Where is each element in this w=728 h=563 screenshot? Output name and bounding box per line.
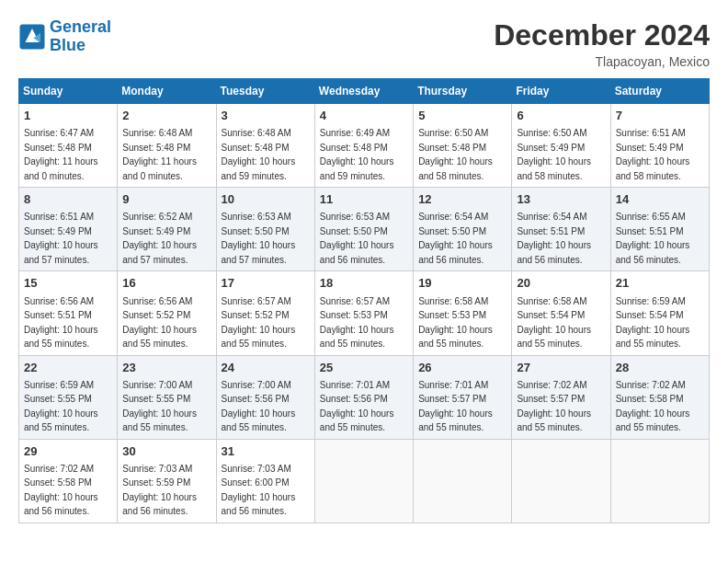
day-number: 24 (222, 360, 310, 376)
table-row: 24 Sunrise: 7:00 AMSunset: 5:56 PMDaylig… (216, 355, 314, 439)
logo: General Blue (18, 18, 111, 55)
day-number: 6 (517, 108, 605, 124)
day-info: Sunrise: 6:52 AMSunset: 5:49 PMDaylight:… (122, 212, 197, 265)
table-row: 12 Sunrise: 6:54 AMSunset: 5:50 PMDaylig… (414, 188, 512, 271)
table-row: 21 Sunrise: 6:59 AMSunset: 5:54 PMDaylig… (610, 271, 709, 355)
day-info: Sunrise: 7:03 AMSunset: 5:59 PMDaylight:… (122, 464, 197, 517)
day-info: Sunrise: 6:50 AMSunset: 5:48 PMDaylight:… (418, 128, 493, 181)
day-info: Sunrise: 6:56 AMSunset: 5:51 PMDaylight:… (24, 296, 98, 350)
day-number: 12 (418, 191, 506, 208)
day-number: 11 (320, 191, 408, 208)
day-number: 18 (320, 275, 408, 292)
day-number: 4 (320, 108, 408, 124)
table-row (610, 439, 709, 523)
day-info: Sunrise: 7:00 AMSunset: 5:56 PMDaylight:… (222, 380, 296, 433)
table-row: 5 Sunrise: 6:50 AMSunset: 5:48 PMDayligh… (414, 104, 512, 188)
location-title: Tlapacoyan, Mexico (494, 54, 710, 69)
calendar-week-row: 22 Sunrise: 6:59 AMSunset: 5:55 PMDaylig… (19, 355, 710, 439)
day-number: 1 (24, 108, 112, 124)
table-row: 26 Sunrise: 7:01 AMSunset: 5:57 PMDaylig… (414, 355, 512, 439)
day-info: Sunrise: 6:53 AMSunset: 5:50 PMDaylight:… (320, 212, 394, 265)
day-number: 8 (24, 191, 112, 208)
day-number: 13 (517, 191, 605, 208)
day-number: 30 (122, 443, 210, 460)
day-number: 21 (616, 275, 704, 292)
table-row: 7 Sunrise: 6:51 AMSunset: 5:49 PMDayligh… (610, 104, 709, 188)
col-sunday: Sunday (19, 79, 118, 104)
day-number: 7 (616, 108, 704, 124)
table-row: 8 Sunrise: 6:51 AMSunset: 5:49 PMDayligh… (19, 188, 118, 271)
table-row: 14 Sunrise: 6:55 AMSunset: 5:51 PMDaylig… (610, 188, 709, 271)
day-info: Sunrise: 7:01 AMSunset: 5:57 PMDaylight:… (418, 380, 493, 433)
table-row: 20 Sunrise: 6:58 AMSunset: 5:54 PMDaylig… (512, 271, 610, 355)
table-row: 2 Sunrise: 6:48 AMSunset: 5:48 PMDayligh… (118, 104, 216, 188)
day-number: 15 (24, 275, 112, 292)
day-number: 22 (24, 360, 112, 376)
table-row: 29 Sunrise: 7:02 AMSunset: 5:58 PMDaylig… (19, 439, 118, 523)
day-number: 23 (122, 360, 210, 376)
day-info: Sunrise: 6:50 AMSunset: 5:49 PMDaylight:… (517, 128, 591, 181)
day-info: Sunrise: 7:02 AMSunset: 5:58 PMDaylight:… (24, 464, 98, 517)
day-info: Sunrise: 6:53 AMSunset: 5:50 PMDaylight:… (222, 212, 296, 265)
col-tuesday: Tuesday (216, 79, 314, 104)
table-row: 16 Sunrise: 6:56 AMSunset: 5:52 PMDaylig… (118, 271, 216, 355)
col-friday: Friday (512, 79, 610, 104)
table-row: 31 Sunrise: 7:03 AMSunset: 6:00 PMDaylig… (216, 439, 314, 523)
day-number: 16 (122, 275, 210, 292)
days-of-week-row: Sunday Monday Tuesday Wednesday Thursday… (19, 79, 710, 104)
day-info: Sunrise: 6:56 AMSunset: 5:52 PMDaylight:… (122, 296, 197, 350)
day-info: Sunrise: 7:03 AMSunset: 6:00 PMDaylight:… (222, 464, 296, 517)
col-thursday: Thursday (414, 79, 512, 104)
day-number: 10 (222, 191, 310, 208)
table-row: 10 Sunrise: 6:53 AMSunset: 5:50 PMDaylig… (216, 188, 314, 271)
table-row: 23 Sunrise: 7:00 AMSunset: 5:55 PMDaylig… (118, 355, 216, 439)
day-info: Sunrise: 6:51 AMSunset: 5:49 PMDaylight:… (616, 128, 690, 181)
table-row: 3 Sunrise: 6:48 AMSunset: 5:48 PMDayligh… (216, 104, 314, 188)
calendar-table: Sunday Monday Tuesday Wednesday Thursday… (18, 78, 710, 523)
day-info: Sunrise: 6:59 AMSunset: 5:54 PMDaylight:… (616, 296, 690, 350)
day-info: Sunrise: 6:54 AMSunset: 5:51 PMDaylight:… (517, 212, 591, 265)
day-number: 27 (517, 360, 605, 376)
table-row (512, 439, 610, 523)
day-number: 19 (418, 275, 506, 292)
table-row: 15 Sunrise: 6:56 AMSunset: 5:51 PMDaylig… (19, 271, 118, 355)
col-saturday: Saturday (610, 79, 709, 104)
day-info: Sunrise: 6:54 AMSunset: 5:50 PMDaylight:… (418, 212, 493, 265)
day-info: Sunrise: 6:55 AMSunset: 5:51 PMDaylight:… (616, 212, 690, 265)
day-info: Sunrise: 6:48 AMSunset: 5:48 PMDaylight:… (122, 128, 197, 181)
day-info: Sunrise: 7:02 AMSunset: 5:57 PMDaylight:… (517, 380, 591, 433)
day-number: 28 (616, 360, 704, 376)
day-number: 5 (418, 108, 506, 124)
table-row (414, 439, 512, 523)
table-row: 17 Sunrise: 6:57 AMSunset: 5:52 PMDaylig… (216, 271, 314, 355)
table-row: 13 Sunrise: 6:54 AMSunset: 5:51 PMDaylig… (512, 188, 610, 271)
day-number: 26 (418, 360, 506, 376)
day-number: 25 (320, 360, 408, 376)
day-number: 14 (616, 191, 704, 208)
table-row: 22 Sunrise: 6:59 AMSunset: 5:55 PMDaylig… (19, 355, 118, 439)
calendar-week-row: 15 Sunrise: 6:56 AMSunset: 5:51 PMDaylig… (19, 271, 710, 355)
day-number: 3 (222, 108, 310, 124)
day-info: Sunrise: 6:57 AMSunset: 5:53 PMDaylight:… (320, 296, 394, 350)
calendar-week-row: 1 Sunrise: 6:47 AMSunset: 5:48 PMDayligh… (19, 104, 710, 188)
col-wednesday: Wednesday (314, 79, 413, 104)
calendar-header: Sunday Monday Tuesday Wednesday Thursday… (19, 79, 710, 104)
calendar-week-row: 29 Sunrise: 7:02 AMSunset: 5:58 PMDaylig… (19, 439, 710, 523)
day-info: Sunrise: 6:58 AMSunset: 5:54 PMDaylight:… (517, 296, 591, 350)
day-number: 20 (517, 275, 605, 292)
table-row: 1 Sunrise: 6:47 AMSunset: 5:48 PMDayligh… (19, 104, 118, 188)
day-number: 9 (122, 191, 210, 208)
table-row: 4 Sunrise: 6:49 AMSunset: 5:48 PMDayligh… (314, 104, 413, 188)
table-row: 18 Sunrise: 6:57 AMSunset: 5:53 PMDaylig… (314, 271, 413, 355)
table-row: 6 Sunrise: 6:50 AMSunset: 5:49 PMDayligh… (512, 104, 610, 188)
day-info: Sunrise: 6:49 AMSunset: 5:48 PMDaylight:… (320, 128, 394, 181)
logo-text: General Blue (50, 18, 111, 55)
day-number: 2 (122, 108, 210, 124)
table-row: 25 Sunrise: 7:01 AMSunset: 5:56 PMDaylig… (314, 355, 413, 439)
day-info: Sunrise: 6:47 AMSunset: 5:48 PMDaylight:… (24, 128, 98, 181)
day-info: Sunrise: 6:48 AMSunset: 5:48 PMDaylight:… (222, 128, 296, 181)
day-info: Sunrise: 6:58 AMSunset: 5:53 PMDaylight:… (418, 296, 493, 350)
table-row: 19 Sunrise: 6:58 AMSunset: 5:53 PMDaylig… (414, 271, 512, 355)
calendar-body: 1 Sunrise: 6:47 AMSunset: 5:48 PMDayligh… (19, 104, 710, 523)
month-title: December 2024 (494, 18, 710, 52)
